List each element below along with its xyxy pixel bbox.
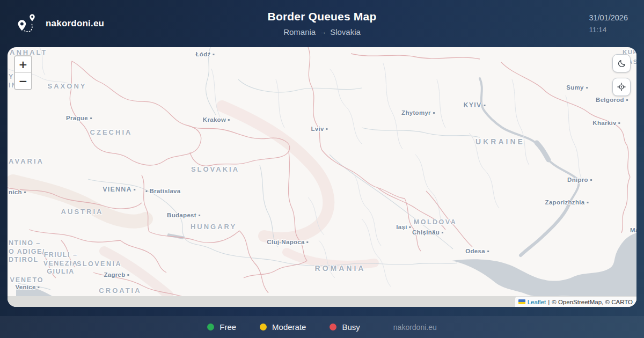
map-label-city: Zagreb	[104, 271, 129, 278]
city-marker-dot	[90, 117, 92, 119]
map-label-country: Y	[9, 73, 14, 82]
time-text: 11:14	[589, 26, 628, 34]
logo-group: nakordoni.eu	[16, 13, 104, 34]
map-label-city: Sumy	[566, 84, 588, 91]
ukraine-flag-icon	[518, 299, 525, 304]
city-marker-dot	[134, 189, 136, 190]
locate-crosshair-icon	[617, 82, 626, 92]
legend-label: Free	[219, 322, 236, 332]
map-labels-layer: ANHALTYINGIASAXONYCZECHIAAVARIAAUSTRIASL…	[8, 47, 636, 307]
legend-item-moderate: Moderate	[260, 322, 306, 332]
datetime-block: 31/01/2026 11:14	[589, 14, 628, 34]
map-label-country: AUSTRIA	[61, 208, 104, 216]
date-text: 31/01/2026	[589, 14, 628, 22]
attribution-copyright: © OpenStreetMap, © CARTO	[552, 299, 633, 305]
city-marker-dot	[442, 232, 443, 233]
map-label-country: MOLDOVA	[414, 218, 457, 227]
map-label-city: nich	[9, 189, 26, 195]
route-pins-logo-icon	[16, 13, 39, 34]
legend-footer: FreeModerateBusy nakordoni.eu	[0, 316, 644, 338]
map-label-city: Zhytomyr	[401, 109, 435, 116]
map-label-city: Kharkiv	[592, 120, 620, 126]
city-marker-dot	[586, 87, 588, 89]
map-label-country: CZECHIA	[90, 128, 133, 137]
legend-item-free: Free	[207, 322, 236, 332]
city-marker-dot	[307, 241, 309, 243]
city-marker-dot	[146, 190, 148, 192]
legend-item-busy: Busy	[330, 322, 360, 332]
city-marker-dot	[228, 119, 230, 121]
map-label-city: Venice	[15, 284, 39, 290]
city-marker-dot	[487, 251, 489, 252]
map-label-city: Iași	[396, 224, 411, 230]
map-label-country: NTINO – O ADIGE/ DTIROL	[9, 239, 45, 264]
map-label-country: SAXONY	[48, 82, 87, 91]
brand-text: nakordoni.eu	[46, 18, 104, 29]
page-title: Border Queues Map	[268, 10, 377, 23]
city-marker-dot	[484, 105, 485, 106]
leaflet-link[interactable]: Leaflet	[528, 299, 546, 305]
map-label-country: ROMANIA	[315, 264, 366, 273]
route-arrow-icon: →	[319, 28, 326, 36]
map-label-city: Zaporizhzhia	[545, 199, 589, 205]
map-label-city: Łódź	[195, 51, 214, 57]
map-label-country: SLOVENIA	[77, 260, 122, 269]
attribution-separator: |	[548, 299, 550, 305]
city-marker-dot	[409, 226, 411, 228]
map-label-city: VIENNA	[103, 186, 135, 193]
app-header: nakordoni.eu Border Queues Map Romania →…	[0, 0, 644, 47]
city-marker-dot	[24, 192, 26, 193]
map-label-city: Ma	[630, 227, 636, 233]
city-marker-dot	[619, 122, 620, 124]
map-canvas[interactable]: ANHALTYINGIASAXONYCZECHIAAVARIAAUSTRIASL…	[8, 47, 636, 307]
map-label-city: Cluj-Napoca	[267, 239, 308, 245]
zoom-control: + −	[14, 55, 32, 90]
zoom-in-button[interactable]: +	[15, 56, 31, 73]
map-label-country: HUNGARY	[191, 223, 237, 231]
moon-icon	[617, 59, 626, 68]
footer-brand-text: nakordoni.eu	[393, 323, 437, 332]
map-label-country: FRIULI – VENEZIA GIULIA	[43, 251, 78, 276]
map-label-city: Odesa	[465, 248, 489, 254]
city-marker-dot	[433, 112, 435, 114]
dark-mode-button[interactable]	[612, 54, 631, 72]
map-label-city: Lviv	[311, 126, 327, 132]
map-label-country: AVARIA	[9, 157, 44, 166]
city-marker-dot	[326, 128, 328, 130]
route-subtitle: Romania → Slovakia	[283, 27, 361, 36]
map-label-country: UKRAINE	[475, 137, 525, 146]
legend-dot-icon	[330, 324, 336, 330]
zoom-out-button[interactable]: −	[15, 73, 31, 89]
city-marker-dot	[128, 274, 129, 276]
status-legend: FreeModerateBusy	[207, 322, 360, 332]
route-to: Slovakia	[330, 27, 361, 36]
legend-dot-icon	[207, 324, 214, 330]
city-marker-dot	[213, 54, 215, 55]
map-label-city: Budapest	[167, 212, 200, 218]
route-from: Romania	[283, 27, 316, 36]
map-label-city: Prague	[66, 115, 92, 121]
city-marker-dot	[199, 215, 200, 216]
city-marker-dot	[587, 202, 588, 203]
city-marker-dot	[590, 179, 592, 181]
map-label-city: Krakow	[203, 116, 230, 123]
city-marker-dot	[38, 286, 40, 288]
locate-button[interactable]	[612, 78, 631, 96]
city-marker-dot	[626, 99, 628, 101]
map-label-country: SLOVAKIA	[191, 165, 239, 174]
map-label-city: Chișinău	[412, 229, 443, 236]
map-label-city: Dnipro	[567, 177, 592, 183]
legend-label: Busy	[342, 322, 360, 332]
map-attribution: Leaflet | © OpenStreetMap, © CARTO	[515, 297, 636, 307]
map-label-city: Bratislava	[146, 188, 181, 194]
map-label-city: Belgorod	[596, 97, 628, 103]
map-label-country: CROATIA	[99, 286, 141, 295]
legend-label: Moderate	[272, 322, 306, 332]
map-label-city: KYIV	[464, 101, 486, 109]
legend-dot-icon	[260, 324, 267, 330]
